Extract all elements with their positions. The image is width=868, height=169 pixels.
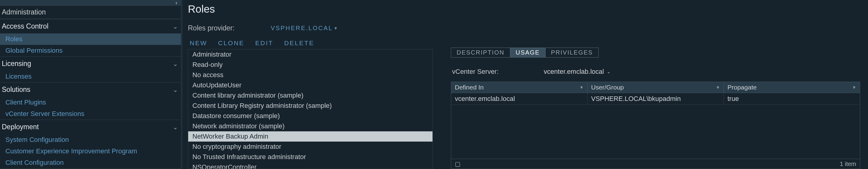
role-item[interactable]: Datastore consumer (sample)	[188, 111, 433, 121]
grid-header-label: Defined In	[455, 84, 484, 91]
chevron-down-icon: ⌄	[173, 124, 178, 131]
role-item[interactable]: No access	[188, 70, 433, 80]
usage-grid: Defined In ▼ User/Group ▼ Propagate ▼ vc…	[451, 81, 860, 169]
role-item[interactable]: No Trusted Infrastructure administrator	[188, 152, 433, 162]
tab-privileges[interactable]: PRIVILEGES	[545, 47, 599, 58]
filter-icon[interactable]: ▼	[716, 85, 720, 90]
role-item[interactable]: NSOperatorController	[188, 162, 433, 169]
role-item[interactable]: AutoUpdateUser	[188, 80, 433, 90]
roles-panel: Roles Roles provider: VSPHERE.LOCAL ▾ NE…	[183, 0, 433, 169]
grid-header-row: Defined In ▼ User/Group ▼ Propagate ▼	[451, 81, 860, 93]
sidebar-section-licensing[interactable]: Licensing⌄	[0, 56, 181, 71]
role-item[interactable]: Read-only	[188, 60, 433, 70]
role-item[interactable]: NetWorker Backup Admin	[188, 131, 433, 142]
sidebar-heading: Administration	[0, 5, 181, 19]
chevron-down-icon: ⌄	[607, 69, 611, 74]
page-title: Roles	[188, 3, 433, 15]
filter-icon[interactable]: ▼	[852, 85, 856, 90]
edit-button[interactable]: EDIT	[255, 39, 273, 47]
delete-button[interactable]: DELETE	[284, 39, 314, 47]
export-button[interactable]: ▢	[455, 160, 461, 168]
chevron-down-icon: ⌄	[173, 86, 178, 93]
vcenter-server-dropdown[interactable]: vcenter.emclab.local ⌄	[544, 68, 611, 76]
table-cell: VSPHERE.LOCAL\bkupadmin	[588, 93, 724, 105]
role-item[interactable]: Network administrator (sample)	[188, 121, 433, 131]
grid-item-count: 1 item	[840, 161, 856, 168]
sidebar-item-customer-experience-improvement-program[interactable]: Customer Experience Improvement Program	[0, 145, 181, 157]
vcenter-server-label: vCenter Server:	[452, 68, 499, 76]
sidebar-section-label: Solutions	[2, 86, 30, 94]
sidebar-section-label: Licensing	[2, 60, 31, 68]
roles-list[interactable]: AdministratorRead-onlyNo accessAutoUpdat…	[188, 49, 433, 169]
sidebar-section-deployment[interactable]: Deployment⌄	[0, 120, 181, 134]
clone-button[interactable]: CLONE	[218, 39, 244, 47]
new-button[interactable]: NEW	[190, 39, 207, 47]
sidebar-item-licenses[interactable]: Licenses	[0, 71, 181, 82]
role-item[interactable]: Content Library Registry administrator (…	[188, 101, 433, 111]
sidebar-item-roles[interactable]: Roles	[0, 33, 181, 45]
chevron-down-icon: ⌄	[173, 23, 178, 30]
role-item[interactable]: Content library administrator (sample)	[188, 90, 433, 101]
sidebar-item-global-permissions[interactable]: Global Permissions	[0, 45, 181, 56]
sidebar-section-access-control[interactable]: Access Control⌄	[0, 19, 181, 33]
sidebar-item-client-plugins[interactable]: Client Plugins	[0, 97, 181, 108]
grid-header-user-group[interactable]: User/Group ▼	[588, 82, 724, 93]
grid-header-label: Propagate	[727, 84, 757, 91]
roles-provider-dropdown[interactable]: VSPHERE.LOCAL ▾	[271, 25, 338, 32]
grid-header-propagate[interactable]: Propagate ▼	[724, 82, 860, 93]
tab-usage[interactable]: USAGE	[510, 47, 546, 58]
filter-icon[interactable]: ▼	[579, 85, 584, 90]
tab-description[interactable]: DESCRIPTION	[451, 47, 510, 58]
sidebar-section-label: Access Control	[2, 22, 49, 30]
detail-tabs: DESCRIPTION USAGE PRIVILEGES	[451, 47, 860, 58]
vcenter-server-value: vcenter.emclab.local	[544, 68, 604, 76]
sidebar-nav: Administration Access Control⌄RolesGloba…	[0, 5, 181, 169]
table-cell: true	[724, 93, 860, 105]
table-row[interactable]: vcenter.emclab.localVSPHERE.LOCAL\bkupad…	[451, 93, 860, 105]
sidebar-section-label: Deployment	[2, 123, 39, 131]
chevron-down-icon: ⌄	[173, 60, 178, 67]
sidebar-item-system-configuration[interactable]: System Configuration	[0, 134, 181, 145]
sidebar-item-client-configuration[interactable]: Client Configuration	[0, 157, 181, 168]
table-cell: vcenter.emclab.local	[451, 93, 588, 105]
grid-header-defined-in[interactable]: Defined In ▼	[451, 82, 588, 93]
sidebar: ‹ Administration Access Control⌄RolesGlo…	[0, 0, 181, 169]
export-icon: ▢	[455, 160, 461, 168]
sidebar-section-solutions[interactable]: Solutions⌄	[0, 82, 181, 97]
role-detail-panel: DESCRIPTION USAGE PRIVILEGES vCenter Ser…	[433, 0, 868, 169]
role-item[interactable]: No cryptography administrator	[188, 142, 433, 152]
roles-provider-label: Roles provider:	[188, 24, 235, 32]
sidebar-item-vcenter-server-extensions[interactable]: vCenter Server Extensions	[0, 108, 181, 120]
grid-header-label: User/Group	[591, 84, 624, 91]
chevron-down-icon: ▾	[335, 25, 338, 31]
grid-empty-area	[451, 105, 860, 159]
role-item[interactable]: Administrator	[188, 49, 433, 60]
grid-footer: ▢ 1 item	[451, 159, 860, 169]
sidebar-collapse-button[interactable]: ‹	[0, 0, 181, 5]
chevron-left-icon: ‹	[176, 0, 177, 6]
roles-provider-value: VSPHERE.LOCAL	[271, 25, 333, 32]
